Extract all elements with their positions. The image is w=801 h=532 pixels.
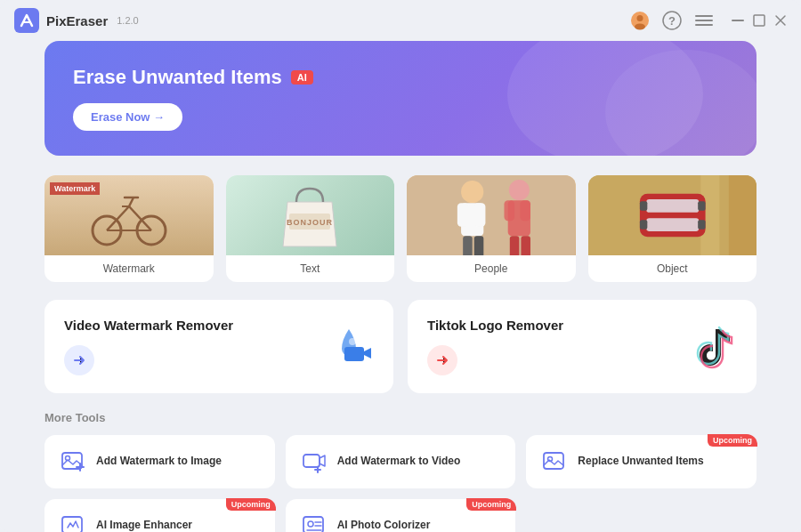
svg-rect-9 xyxy=(732,20,744,21)
app-window: PixEraser 1.2.0 ? xyxy=(0,0,801,532)
svg-line-14 xyxy=(129,206,151,230)
object-sample-image xyxy=(588,175,757,255)
app-name: PixEraser xyxy=(46,13,108,28)
svg-rect-6 xyxy=(695,15,713,17)
profile-icon[interactable] xyxy=(630,11,650,30)
svg-point-46 xyxy=(349,338,356,345)
tool-card-tiktok-left: Tiktok Logo Remover xyxy=(427,318,563,375)
watermark-sample-image: Watermark xyxy=(44,175,214,255)
sample-label-watermark: Watermark xyxy=(44,255,214,282)
svg-rect-33 xyxy=(510,236,520,255)
svg-rect-54 xyxy=(544,453,563,469)
video-watermark-icon xyxy=(325,322,374,371)
more-tools-section: More Tools Add Watermark to Image xyxy=(44,411,756,532)
sample-card-object[interactable]: Object xyxy=(588,175,757,282)
video-watermark-card[interactable]: Video Watermark Remover xyxy=(44,300,393,393)
more-tools-label: More Tools xyxy=(44,411,756,424)
maximize-button[interactable] xyxy=(753,14,765,27)
svg-rect-10 xyxy=(754,15,765,26)
video-watermark-title: Video Watermark Remover xyxy=(64,318,233,333)
svg-rect-28 xyxy=(474,236,484,255)
add-watermark-video-icon xyxy=(300,447,328,476)
minimize-button[interactable] xyxy=(732,14,744,27)
titlebar-left: PixEraser 1.2.0 xyxy=(14,8,139,33)
svg-rect-43 xyxy=(639,220,646,230)
replace-items-upcoming-badge: Upcoming xyxy=(708,434,757,447)
more-tool-add-watermark-image[interactable]: Add Watermark to Image xyxy=(44,435,275,488)
svg-text:BONJOUR: BONJOUR xyxy=(287,218,333,227)
sample-label-object: Object xyxy=(588,255,757,282)
people-sample-image xyxy=(407,175,576,255)
more-tool-ai-enhancer[interactable]: AI Image Enhancer Upcoming xyxy=(44,499,275,532)
tiktok-icon xyxy=(692,325,737,369)
svg-rect-22 xyxy=(407,175,576,255)
ai-enhancer-label: AI Image Enhancer xyxy=(96,519,192,532)
add-watermark-image-label: Add Watermark to Image xyxy=(96,455,222,469)
app-logo-icon xyxy=(14,8,39,33)
app-version: 1.2.0 xyxy=(117,15,138,26)
tool-card-video-left: Video Watermark Remover xyxy=(64,318,233,375)
sample-label-people: People xyxy=(407,255,576,282)
watermark-text-overlay: Watermark xyxy=(50,182,100,195)
svg-rect-42 xyxy=(698,201,705,211)
svg-rect-31 xyxy=(504,200,514,221)
video-watermark-arrow-button[interactable] xyxy=(64,345,94,375)
replace-items-icon xyxy=(540,447,569,476)
ai-colorizer-label: AI Photo Colorizer xyxy=(337,519,431,532)
help-icon[interactable]: ? xyxy=(662,11,682,30)
svg-point-58 xyxy=(308,521,313,527)
svg-rect-39 xyxy=(646,199,699,213)
svg-rect-37 xyxy=(728,175,756,255)
more-tool-replace-items[interactable]: Replace Unwanted Items Upcoming xyxy=(526,435,756,488)
svg-rect-44 xyxy=(698,220,705,230)
ai-enhancer-upcoming-badge: Upcoming xyxy=(226,498,276,511)
svg-rect-34 xyxy=(521,236,530,255)
tools-row: Video Watermark Remover xyxy=(44,300,756,393)
more-tool-add-watermark-video[interactable]: Add Watermark to Video xyxy=(286,435,516,488)
window-controls xyxy=(732,14,787,27)
titlebar-right: ? xyxy=(630,11,787,30)
hero-card: Erase Unwanted Items AI Erase Now → xyxy=(44,41,756,156)
menu-icon[interactable] xyxy=(694,11,714,30)
ai-enhancer-icon xyxy=(59,512,87,532)
svg-point-29 xyxy=(509,180,530,200)
sample-card-text[interactable]: BONJOUR Text xyxy=(226,175,395,282)
tiktok-arrow-button[interactable] xyxy=(427,345,457,375)
svg-rect-27 xyxy=(463,236,473,255)
svg-rect-41 xyxy=(639,201,646,211)
samples-row: Watermark Watermark xyxy=(44,175,756,282)
replace-items-label: Replace Unwanted Items xyxy=(578,455,703,469)
more-tools-row-2: AI Image Enhancer Upcoming AI xyxy=(44,499,756,532)
titlebar: PixEraser 1.2.0 ? xyxy=(0,0,801,41)
svg-point-3 xyxy=(635,24,645,30)
svg-rect-51 xyxy=(303,455,320,467)
close-button[interactable] xyxy=(774,14,787,27)
svg-rect-45 xyxy=(344,347,364,361)
sample-label-text: Text xyxy=(226,255,395,282)
svg-rect-25 xyxy=(457,203,469,226)
more-tool-ai-colorizer[interactable]: AI Photo Colorizer Upcoming xyxy=(286,499,516,532)
ai-colorizer-upcoming-badge: Upcoming xyxy=(466,498,516,511)
sample-card-watermark[interactable]: Watermark Watermark xyxy=(44,175,214,282)
tiktok-logo-card[interactable]: Tiktok Logo Remover xyxy=(408,300,756,393)
hero-title: Erase Unwanted Items AI xyxy=(73,66,728,89)
svg-point-2 xyxy=(637,15,643,21)
svg-rect-0 xyxy=(14,8,39,33)
svg-rect-32 xyxy=(520,200,530,221)
svg-point-23 xyxy=(461,181,483,203)
svg-rect-40 xyxy=(646,218,699,231)
add-watermark-image-icon xyxy=(59,447,87,476)
ai-badge: AI xyxy=(291,70,313,85)
sample-card-people[interactable]: People xyxy=(407,175,576,282)
svg-rect-26 xyxy=(474,203,486,226)
svg-text:?: ? xyxy=(668,14,676,28)
more-tools-row-1: Add Watermark to Image Add Watermark to … xyxy=(44,435,756,488)
text-sample-image: BONJOUR xyxy=(226,175,395,255)
svg-line-17 xyxy=(129,197,134,206)
main-content: Erase Unwanted Items AI Erase Now → Wate… xyxy=(0,41,801,532)
erase-now-button[interactable]: Erase Now → xyxy=(73,103,182,131)
add-watermark-video-label: Add Watermark to Video xyxy=(337,455,461,469)
ai-colorizer-icon xyxy=(300,512,328,532)
svg-rect-8 xyxy=(695,24,713,26)
hero-title-text: Erase Unwanted Items xyxy=(73,66,282,89)
